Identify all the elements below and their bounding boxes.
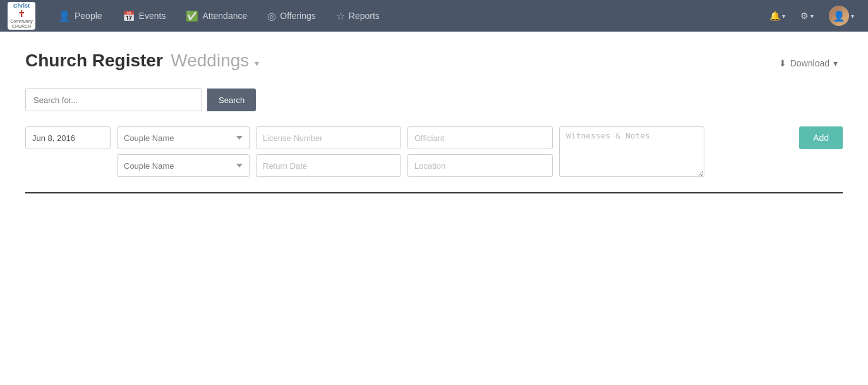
offerings-icon: ◎ xyxy=(267,10,276,22)
settings-caret: ▾ xyxy=(811,13,814,20)
avatar-image: 👤 xyxy=(829,6,849,26)
download-label: Download xyxy=(790,58,829,68)
logo-cross-icon: ✝ xyxy=(10,9,32,19)
notifications-icon: 🔔 xyxy=(769,11,780,21)
couple-name-selects: Couple Name Couple Name xyxy=(117,126,250,177)
search-button[interactable]: Search xyxy=(207,89,256,111)
nav-item-events[interactable]: 📅 Events xyxy=(112,0,176,32)
nav-right: 🔔 ▾ ⚙ ▾ 👤 ▾ xyxy=(763,0,860,32)
nav-label-reports: Reports xyxy=(349,11,380,21)
return-date-field[interactable] xyxy=(256,154,401,177)
notes-col xyxy=(559,126,704,177)
download-button[interactable]: ⬇ Download ▾ xyxy=(774,56,843,71)
attendance-icon: ✅ xyxy=(186,10,198,22)
navbar: Christ ✝ CommunityCHURCH 👤 People 📅 Even… xyxy=(0,0,868,32)
page-title-main: Church Register xyxy=(25,51,163,70)
notifications-button[interactable]: 🔔 ▾ xyxy=(763,0,792,32)
nav-item-people[interactable]: 👤 People xyxy=(48,0,112,32)
officiant-location-col xyxy=(407,126,553,177)
couple-name-select-2[interactable]: Couple Name xyxy=(117,154,250,177)
avatar: 👤 xyxy=(829,6,849,26)
witnesses-notes-field[interactable] xyxy=(559,126,704,177)
people-icon: 👤 xyxy=(58,10,71,22)
reports-icon: ☆ xyxy=(336,10,345,22)
download-caret: ▾ xyxy=(833,58,838,68)
officiant-field[interactable] xyxy=(407,126,553,149)
nav-label-people: People xyxy=(75,11,102,21)
nav-label-attendance: Attendance xyxy=(202,11,247,21)
entry-form-row: Couple Name Couple Name Add xyxy=(25,126,843,177)
logo-text-bottom: CommunityCHURCH xyxy=(10,19,32,28)
license-return-col xyxy=(256,126,401,177)
nav-label-events: Events xyxy=(139,11,166,21)
profile-button[interactable]: 👤 ▾ xyxy=(823,0,860,32)
license-number-field[interactable] xyxy=(256,126,401,149)
download-icon: ⬇ xyxy=(779,58,787,68)
search-row: Search xyxy=(25,89,843,111)
couple-name-select-1[interactable]: Couple Name xyxy=(117,126,250,149)
section-divider xyxy=(25,192,843,193)
settings-button[interactable]: ⚙ ▾ xyxy=(794,0,820,32)
location-field[interactable] xyxy=(407,154,553,177)
events-icon: 📅 xyxy=(123,10,135,22)
page-title-group: Church Register Weddings ▾ xyxy=(25,51,259,71)
settings-icon: ⚙ xyxy=(800,11,809,21)
search-input[interactable] xyxy=(25,89,202,111)
profile-caret: ▾ xyxy=(851,13,854,20)
notifications-caret: ▾ xyxy=(782,13,785,20)
add-button[interactable]: Add xyxy=(799,126,843,149)
page-header: Church Register Weddings ▾ ⬇ Download ▾ xyxy=(25,51,843,71)
logo[interactable]: Christ ✝ CommunityCHURCH xyxy=(8,2,35,30)
nav-item-reports[interactable]: ☆ Reports xyxy=(326,0,390,32)
title-dropdown-caret[interactable]: ▾ xyxy=(255,58,259,68)
nav-label-offerings: Offerings xyxy=(280,11,316,21)
date-field[interactable] xyxy=(25,126,111,149)
nav-item-offerings[interactable]: ◎ Offerings xyxy=(257,0,326,32)
main-content: Church Register Weddings ▾ ⬇ Download ▾ … xyxy=(0,32,868,385)
page-title-sub: Weddings xyxy=(171,51,249,70)
nav-item-attendance[interactable]: ✅ Attendance xyxy=(176,0,257,32)
